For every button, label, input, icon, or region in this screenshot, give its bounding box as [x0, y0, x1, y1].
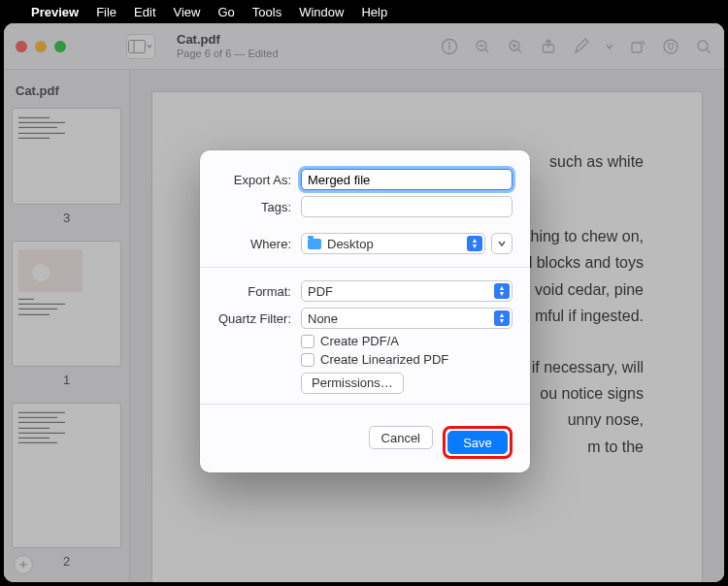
- tags-input[interactable]: [301, 196, 513, 217]
- menu-file[interactable]: File: [96, 5, 116, 19]
- create-pdfa-checkbox[interactable]: [301, 335, 314, 348]
- tags-label: Tags:: [217, 200, 301, 214]
- where-label: Where:: [217, 237, 301, 251]
- updown-icon: ▲▼: [467, 236, 482, 251]
- menu-go[interactable]: Go: [217, 5, 234, 19]
- save-button-highlight: Save: [443, 426, 513, 459]
- menu-window[interactable]: Window: [299, 5, 344, 19]
- disclose-button[interactable]: [491, 233, 513, 254]
- menu-help[interactable]: Help: [361, 5, 387, 19]
- quartz-filter-select[interactable]: None ▲▼: [301, 308, 513, 329]
- where-value: Desktop: [327, 237, 374, 251]
- folder-icon: [308, 239, 321, 249]
- menu-tools[interactable]: Tools: [252, 5, 281, 19]
- menu-view[interactable]: View: [174, 5, 201, 19]
- menu-edit[interactable]: Edit: [134, 5, 155, 19]
- updown-icon: ▲▼: [494, 283, 510, 299]
- export-dialog: Export As: Tags: Where: Desktop ▲▼ Forma…: [200, 150, 530, 472]
- where-select[interactable]: Desktop ▲▼: [301, 233, 485, 254]
- export-as-label: Export As:: [217, 173, 301, 187]
- separator: [200, 267, 530, 268]
- menubar-appname[interactable]: Preview: [31, 5, 79, 19]
- menubar: Preview File Edit View Go Tools Window H…: [0, 0, 728, 23]
- create-linearized-label: Create Linearized PDF: [320, 352, 448, 367]
- quartz-filter-value: None: [308, 311, 338, 326]
- updown-icon: ▲▼: [494, 310, 510, 326]
- permissions-button[interactable]: Permissions…: [301, 373, 404, 394]
- cancel-button[interactable]: Cancel: [369, 426, 433, 449]
- format-label: Format:: [217, 284, 301, 299]
- separator: [200, 404, 530, 405]
- chevron-down-icon: [497, 239, 507, 248]
- format-select[interactable]: PDF ▲▼: [301, 280, 513, 302]
- save-button[interactable]: Save: [447, 431, 508, 454]
- quartz-filter-label: Quartz Filter:: [217, 311, 301, 326]
- export-as-input[interactable]: [301, 169, 513, 190]
- create-linearized-checkbox[interactable]: [301, 353, 314, 367]
- create-pdfa-label: Create PDF/A: [320, 334, 399, 348]
- format-value: PDF: [308, 284, 333, 299]
